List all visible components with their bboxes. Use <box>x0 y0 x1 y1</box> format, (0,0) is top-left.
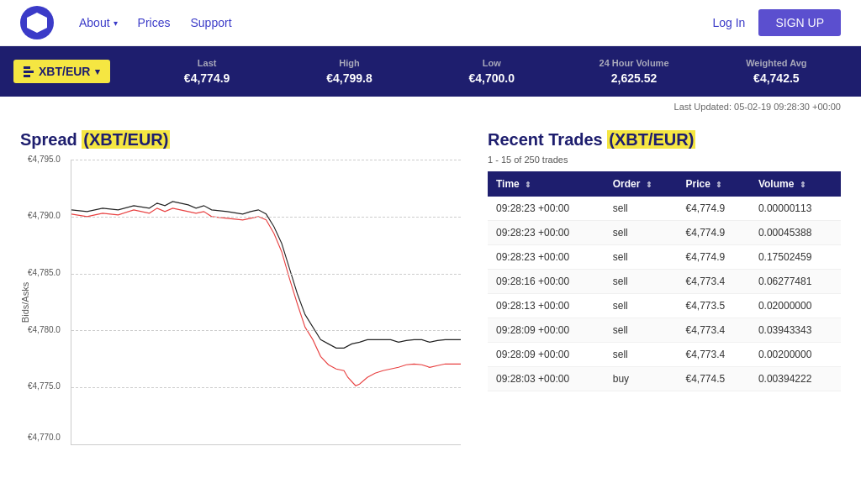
cell-volume: 0.00000113 <box>750 197 841 221</box>
stat-last-label: Last <box>198 58 217 68</box>
col-order[interactable]: Order ⇕ <box>605 171 678 197</box>
trades-panel: Recent Trades (XBT/EUR) 1 - 15 of 250 tr… <box>488 130 841 445</box>
sort-order-icon: ⇕ <box>646 181 652 189</box>
sort-volume-icon: ⇕ <box>800 181 806 189</box>
pair-dropdown-arrow: ▾ <box>95 66 100 77</box>
stat-volume: 24 Hour Volume 2,625.52 <box>563 58 705 85</box>
stat-last: Last €4,774.9 <box>135 58 277 85</box>
last-updated-bar: Last Updated: 05-02-19 09:28:30 +00:00 <box>0 97 861 117</box>
cell-price: €4,774.9 <box>678 197 750 221</box>
cell-time: 09:28:23 +00:00 <box>488 197 605 221</box>
cell-volume: 0.02000000 <box>750 294 841 318</box>
signup-button[interactable]: SIGN UP <box>758 9 841 36</box>
trades-tbody: 09:28:23 +00:00 sell €4,774.9 0.00000113… <box>488 197 841 391</box>
cell-volume: 0.00394222 <box>750 367 841 391</box>
cell-order: sell <box>605 245 678 270</box>
grid-line-6 <box>71 444 461 445</box>
col-volume[interactable]: Volume ⇕ <box>750 171 841 197</box>
pair-selector[interactable]: XBT/EUR ▾ <box>13 60 110 83</box>
stat-low: Low €4,700.0 <box>420 58 563 85</box>
col-price[interactable]: Price ⇕ <box>678 171 750 197</box>
nav-about[interactable]: About ▾ <box>79 16 118 29</box>
cell-order: buy <box>605 367 678 391</box>
cell-order: sell <box>605 343 678 367</box>
y-label-3: €4,785.0 <box>28 268 61 277</box>
cell-order: sell <box>605 270 678 294</box>
cell-volume: 0.00045388 <box>750 221 841 245</box>
y-label-5: €4,775.0 <box>28 381 61 391</box>
stat-wavg-label: Weighted Avg <box>746 58 806 68</box>
cell-order: sell <box>605 221 678 245</box>
red-line <box>71 208 461 386</box>
grid-line-5 <box>71 387 461 388</box>
cell-time: 09:28:13 +00:00 <box>488 294 605 318</box>
table-row: 09:28:23 +00:00 sell €4,774.9 0.00000113 <box>488 197 841 221</box>
sort-price-icon: ⇕ <box>716 181 722 189</box>
stat-volume-value: 2,625.52 <box>611 71 658 85</box>
navbar: About ▾ Prices Support Log In SIGN UP <box>0 0 861 46</box>
sort-time-icon: ⇕ <box>525 181 531 189</box>
grid-line-2 <box>71 217 461 218</box>
cell-price: €4,774.5 <box>678 367 750 391</box>
nav-links: About ▾ Prices Support <box>79 16 712 29</box>
table-row: 09:28:16 +00:00 sell €4,773.4 0.06277481 <box>488 270 841 294</box>
stat-high-value: €4,799.8 <box>326 71 372 85</box>
trades-title-pair: (XBT/EUR) <box>607 130 695 149</box>
cell-volume: 0.17502459 <box>750 245 841 270</box>
black-line <box>71 202 461 348</box>
y-label-6: €4,770.0 <box>28 433 61 442</box>
pair-label: XBT/EUR <box>39 65 90 78</box>
logo-icon <box>27 13 47 33</box>
spread-title-prefix: Spread <box>20 130 82 149</box>
cell-time: 09:28:03 +00:00 <box>488 367 605 391</box>
spread-panel: Spread (XBT/EUR) Bids/Asks €4,795.0 €4,7… <box>20 130 461 445</box>
table-row: 09:28:13 +00:00 sell €4,773.5 0.02000000 <box>488 294 841 318</box>
last-updated-value: 05-02-19 09:28:30 +00:00 <box>734 102 841 112</box>
y-label-1: €4,795.0 <box>28 155 61 164</box>
stat-high: High €4,799.8 <box>278 58 420 85</box>
cell-price: €4,774.9 <box>678 245 750 270</box>
nav-prices[interactable]: Prices <box>138 16 171 29</box>
cell-time: 09:28:23 +00:00 <box>488 221 605 245</box>
cell-price: €4,773.4 <box>678 270 750 294</box>
logo[interactable] <box>20 6 54 39</box>
grid-line-3 <box>71 274 461 275</box>
spread-title: Spread (XBT/EUR) <box>20 130 461 150</box>
grid-line-4 <box>71 330 461 331</box>
spread-title-pair: (XBT/EUR) <box>82 130 170 149</box>
col-time[interactable]: Time ⇕ <box>488 171 605 197</box>
stat-high-label: High <box>339 58 359 68</box>
cell-price: €4,773.5 <box>678 294 750 318</box>
chart-svg <box>71 160 461 444</box>
cell-time: 09:28:09 +00:00 <box>488 343 605 367</box>
grid-line-1 <box>71 160 461 160</box>
cell-volume: 0.06277481 <box>750 270 841 294</box>
cell-order: sell <box>605 197 678 221</box>
last-updated-label: Last Updated: <box>674 102 732 112</box>
ticker-bar: XBT/EUR ▾ Last €4,774.9 High €4,799.8 Lo… <box>0 46 861 97</box>
about-dropdown-arrow: ▾ <box>114 18 118 28</box>
nav-support-label: Support <box>191 16 232 29</box>
stat-low-value: €4,700.0 <box>468 71 515 85</box>
nav-support[interactable]: Support <box>191 16 232 29</box>
y-label-2: €4,790.0 <box>28 211 61 220</box>
nav-prices-label: Prices <box>138 16 171 29</box>
cell-time: 09:28:09 +00:00 <box>488 318 605 343</box>
table-row: 09:28:23 +00:00 sell €4,774.9 0.00045388 <box>488 221 841 245</box>
trades-count: 1 - 15 of 250 trades <box>488 155 841 165</box>
stat-wavg: Weighted Avg €4,742.5 <box>705 58 848 85</box>
main-content: Spread (XBT/EUR) Bids/Asks €4,795.0 €4,7… <box>0 117 861 459</box>
cell-price: €4,773.4 <box>678 343 750 367</box>
nav-about-label: About <box>79 16 110 29</box>
chart-bars-icon <box>24 66 34 77</box>
cell-time: 09:28:23 +00:00 <box>488 245 605 270</box>
cell-price: €4,773.4 <box>678 318 750 343</box>
stat-volume-label: 24 Hour Volume <box>600 58 669 68</box>
cell-volume: 0.00200000 <box>750 343 841 367</box>
login-button[interactable]: Log In <box>712 16 745 29</box>
table-row: 09:28:23 +00:00 sell €4,774.9 0.17502459 <box>488 245 841 270</box>
trades-title: Recent Trades (XBT/EUR) <box>488 130 841 150</box>
table-row: 09:28:09 +00:00 sell €4,773.4 0.03943343 <box>488 318 841 343</box>
cell-order: sell <box>605 294 678 318</box>
cell-order: sell <box>605 318 678 343</box>
